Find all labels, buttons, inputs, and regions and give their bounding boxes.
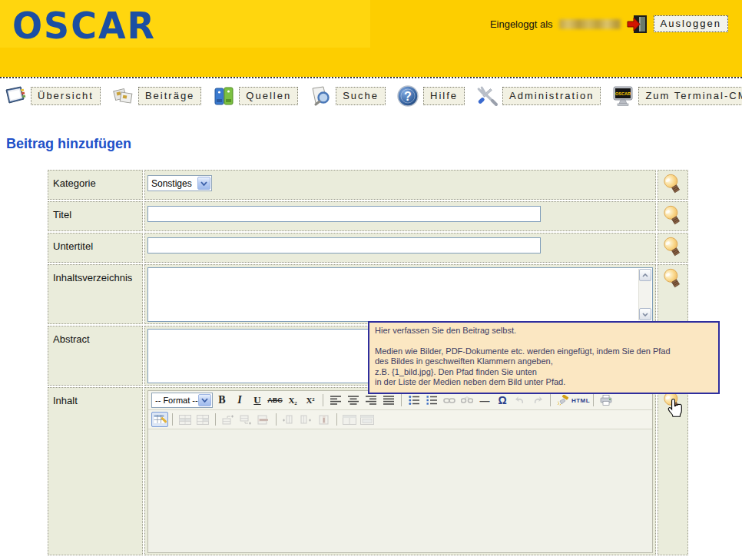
main-navigation: Übersicht Beiträge Quellen (0, 77, 742, 113)
nav-item-terminal-cms: OSCAR Zum Terminal-CMS (611, 84, 742, 108)
search-icon[interactable] (308, 84, 333, 108)
form-row-kategorie: Kategorie Sonstiges (48, 170, 688, 200)
nav-item-quellen: Quellen (211, 84, 298, 108)
app-header: OSCAR Eingeloggt als Ausloggen (0, 0, 742, 77)
superscript-button[interactable]: X² (302, 393, 319, 408)
cleanup-brush-icon[interactable] (555, 393, 571, 408)
nav-button-administration[interactable]: Administration (502, 87, 601, 105)
editor-toolbar-row2 (148, 410, 652, 429)
html-source-button[interactable]: HTML (572, 393, 589, 408)
book-icon[interactable] (3, 84, 28, 108)
nav-button-uebersicht[interactable]: Übersicht (31, 87, 101, 105)
format-select[interactable]: -- Format -- (151, 393, 213, 408)
table-cell-properties-icon (194, 412, 211, 427)
insert-row-before-icon (220, 412, 237, 427)
kategorie-label: Kategorie (48, 170, 143, 200)
page-title: Beitrag hinzufügen (6, 136, 131, 152)
abstract-label: Abstract (48, 326, 143, 386)
kategorie-select[interactable]: Sonstiges (147, 175, 212, 191)
help-bulb-inhalt[interactable] (658, 387, 688, 555)
oscar-logo: OSCAR (12, 4, 156, 48)
insert-table-icon[interactable] (151, 412, 168, 427)
help-bulb-inhaltsverzeichnis[interactable] (658, 264, 688, 324)
merge-cells-icon (359, 412, 376, 427)
logged-in-label: Eingeloggt als (490, 18, 553, 30)
svg-text:OSCAR: OSCAR (615, 91, 631, 95)
delete-col-icon (316, 412, 333, 427)
bold-button[interactable]: B (214, 393, 230, 408)
insert-col-before-icon (280, 412, 297, 427)
align-justify-icon[interactable] (380, 393, 397, 408)
split-cells-icon (341, 412, 358, 427)
align-left-icon[interactable] (327, 393, 344, 408)
special-char-button[interactable]: Ω (494, 393, 511, 408)
subscript-button[interactable]: X₂ (284, 393, 301, 408)
scrollbar[interactable] (638, 269, 651, 320)
help-tooltip: Hier verfassen Sie den Beitrag selbst. M… (368, 321, 720, 394)
align-center-icon[interactable] (345, 393, 362, 408)
help-icon[interactable]: ? (396, 84, 420, 108)
nav-button-beitraege[interactable]: Beiträge (138, 87, 201, 105)
titel-input[interactable] (147, 206, 541, 222)
inhalt-label: Inhalt (48, 387, 143, 555)
strikethrough-button[interactable]: ABC (267, 393, 283, 408)
nav-button-suche[interactable]: Suche (336, 87, 386, 105)
delete-row-icon (255, 412, 272, 427)
help-bulb-titel[interactable] (658, 201, 688, 231)
nav-item-administration: Administration (475, 84, 601, 108)
toolbar-separator (215, 413, 216, 426)
untertitel-label: Untertitel (48, 233, 143, 263)
bullet-list-icon[interactable] (406, 393, 422, 408)
articles-icon[interactable] (111, 84, 135, 108)
toolbar-separator (550, 394, 551, 406)
inhaltsverzeichnis-label: Inhaltsverzeichnis (48, 264, 143, 324)
form-row-inhaltsverzeichnis: Inhaltsverzeichnis (48, 264, 688, 324)
tools-icon[interactable] (475, 84, 499, 108)
toolbar-separator (276, 413, 277, 426)
form-row-titel: Titel (48, 201, 688, 231)
logout-door-icon[interactable] (627, 15, 648, 34)
binders-icon[interactable] (211, 84, 236, 108)
user-name-redacted (559, 19, 621, 29)
scroll-up-button[interactable] (639, 269, 651, 281)
inhaltsverzeichnis-textarea[interactable] (147, 267, 653, 322)
chevron-down-icon (198, 394, 211, 406)
table-row-properties-icon (177, 412, 194, 427)
nav-item-hilfe: ? Hilfe (396, 84, 465, 108)
untertitel-input[interactable] (147, 237, 541, 253)
unlink-icon (459, 393, 475, 408)
nav-button-hilfe[interactable]: Hilfe (423, 87, 465, 105)
help-bulb-kategorie[interactable] (658, 170, 688, 200)
kategorie-selected-value: Sonstiges (151, 178, 192, 189)
nav-item-uebersicht: Übersicht (3, 84, 101, 108)
tooltip-line: z.B. {1_bild.jpg}. Den Pfad finden Sie u… (375, 367, 713, 378)
editor-content-area[interactable] (148, 429, 652, 552)
tooltip-line: Hier verfassen Sie den Beitrag selbst. (375, 326, 713, 336)
toolbar-separator (336, 413, 337, 426)
tooltip-line (375, 336, 713, 346)
chevron-down-icon (197, 177, 210, 190)
align-right-icon[interactable] (363, 393, 379, 408)
editor-toolbar-row1: -- Format -- B I U ABC X₂ X² (148, 391, 652, 410)
italic-button[interactable]: I (231, 393, 248, 408)
toolbar-separator (401, 394, 402, 406)
print-icon[interactable] (598, 393, 614, 408)
nav-button-quellen[interactable]: Quellen (239, 87, 298, 105)
help-bulb-untertitel[interactable] (658, 233, 688, 263)
scroll-down-button[interactable] (639, 308, 651, 320)
horizontal-rule-button[interactable]: — (476, 393, 493, 408)
terminal-icon[interactable]: OSCAR (611, 84, 635, 108)
undo-icon (512, 393, 528, 408)
logout-button[interactable]: Ausloggen (654, 15, 728, 32)
underline-button[interactable]: U (249, 393, 266, 408)
numbered-list-icon[interactable] (423, 393, 440, 408)
tooltip-line: in der Liste der Medien neben dem Bild u… (375, 377, 713, 388)
svg-text:?: ? (404, 90, 412, 103)
nav-item-suche: Suche (308, 84, 386, 108)
nav-button-terminal-cms[interactable]: Zum Terminal-CMS (638, 87, 742, 105)
insert-col-after-icon (298, 412, 315, 427)
toolbar-separator (172, 413, 173, 426)
format-selected-value: -- Format -- (155, 396, 198, 405)
tooltip-line: des Bildes in geschweiften Klammern ange… (375, 356, 713, 367)
insert-row-after-icon (237, 412, 254, 427)
